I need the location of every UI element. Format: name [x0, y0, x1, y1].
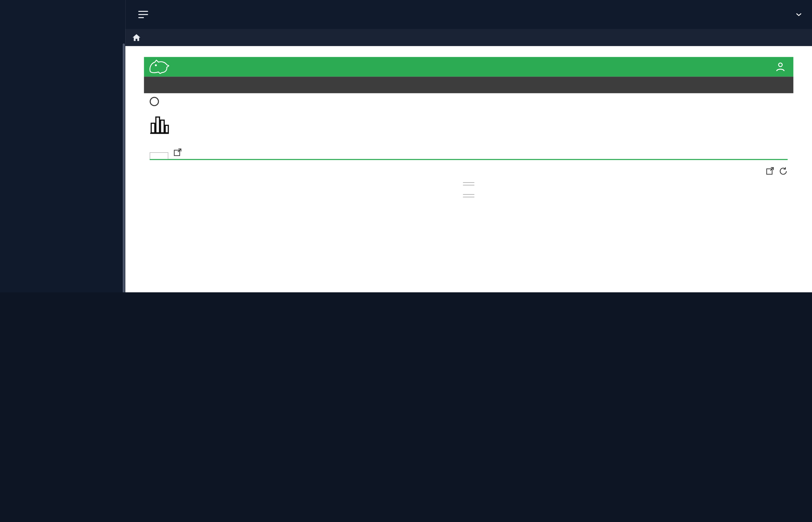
gsa-header [144, 57, 793, 77]
sidebar-scrollbar[interactable] [123, 43, 125, 292]
new-dashboard-icon[interactable] [766, 167, 774, 176]
topbar [125, 0, 812, 29]
sidebar-logo [0, 0, 125, 29]
gsa-menubar [144, 77, 793, 93]
gsa-user-icon[interactable] [775, 61, 786, 73]
tab-overview[interactable] [150, 152, 168, 159]
gsa-frame [144, 57, 793, 227]
reset-dashboard-icon[interactable] [779, 167, 788, 176]
chevron-down-icon [796, 13, 802, 17]
breadcrumb [125, 29, 812, 46]
resize-grip[interactable] [463, 182, 474, 185]
row-separator [150, 190, 788, 202]
gsa-body [144, 93, 793, 227]
tabbar [150, 148, 788, 160]
account-menu[interactable] [792, 13, 801, 17]
page-header [150, 113, 788, 134]
row-separator [150, 178, 788, 190]
help-icon[interactable] [150, 97, 159, 106]
app-root [0, 0, 812, 292]
home-icon[interactable] [133, 34, 140, 41]
main-content [125, 46, 812, 292]
resize-grip[interactable] [463, 194, 474, 197]
bar-chart-icon [150, 113, 169, 134]
greenbone-wolf-logo [148, 59, 170, 75]
dashboard-actions [150, 167, 788, 176]
new-dashboard-icon[interactable] [174, 148, 182, 157]
sidebar [0, 0, 125, 292]
hamburger-menu-icon[interactable] [138, 11, 148, 18]
